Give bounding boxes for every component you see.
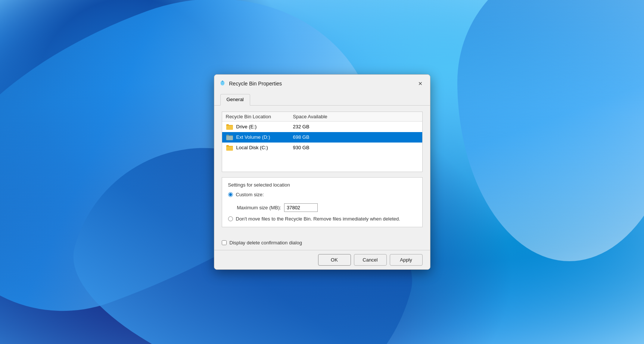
max-size-row: Maximum size (MB): [228,203,416,212]
no-move-radio[interactable] [228,216,233,221]
ok-button[interactable]: OK [318,254,351,266]
folder-icon-c [226,144,233,151]
dialog-overlay: Recycle Bin Properties ✕ General Recycle… [214,74,430,270]
radio-item-custom-size: Custom size: [228,191,416,198]
drive-row-d[interactable]: Ext Volume (D:) 698 GB [222,132,422,143]
drive-list-spacer [222,153,422,172]
folder-icon-e [226,123,233,130]
dialog-footer: OK Cancel Apply [214,250,430,269]
confirm-delete-checkbox[interactable] [222,240,227,245]
dialog-titlebar: Recycle Bin Properties ✕ [214,75,430,92]
recycle-bin-properties-dialog: Recycle Bin Properties ✕ General Recycle… [214,74,430,270]
radio-group: Custom size: Maximum size (MB): Don't mo… [228,191,416,222]
drive-row-c[interactable]: Local Disk (C:) 930 GB [222,143,422,153]
drive-name-e: Drive (E:) [236,124,293,129]
drive-row-e[interactable]: Drive (E:) 232 GB [222,122,422,132]
custom-size-radio[interactable] [228,192,233,197]
custom-size-label: Custom size: [236,191,264,198]
dialog-title: Recycle Bin Properties [229,81,412,87]
cancel-button[interactable]: Cancel [354,254,387,266]
drive-space-c: 930 GB [293,145,419,150]
apply-button[interactable]: Apply [390,254,423,266]
radio-item-no-move: Don't move files to the Recycle Bin. Rem… [228,216,416,222]
max-size-input[interactable] [284,203,318,212]
checkbox-item-confirm-delete: Display delete confirmation dialog [222,240,423,246]
checkbox-section: Display delete confirmation dialog [214,237,430,250]
col-location-header: Recycle Bin Location [226,114,293,119]
drive-name-d: Ext Volume (D:) [236,134,293,140]
close-button[interactable]: ✕ [415,78,426,89]
folder-icon-d [226,134,233,141]
max-size-label: Maximum size (MB): [237,205,281,210]
dialog-content: Recycle Bin Location Space Available Dri… [214,106,430,237]
confirm-delete-label: Display delete confirmation dialog [230,240,302,246]
drive-space-e: 232 GB [293,124,419,129]
dialog-tabs: General [214,92,430,106]
no-move-label: Don't move files to the Recycle Bin. Rem… [236,216,400,222]
settings-title: Settings for selected location [228,182,416,188]
drive-space-d: 698 GB [293,134,419,140]
settings-section: Settings for selected location Custom si… [222,177,423,227]
drive-list-header: Recycle Bin Location Space Available [222,112,422,122]
drive-list-container: Recycle Bin Location Space Available Dri… [222,112,423,172]
tab-general[interactable]: General [220,94,250,106]
col-space-header: Space Available [293,114,419,119]
recycle-bin-icon [219,80,226,87]
drive-name-c: Local Disk (C:) [236,145,293,150]
